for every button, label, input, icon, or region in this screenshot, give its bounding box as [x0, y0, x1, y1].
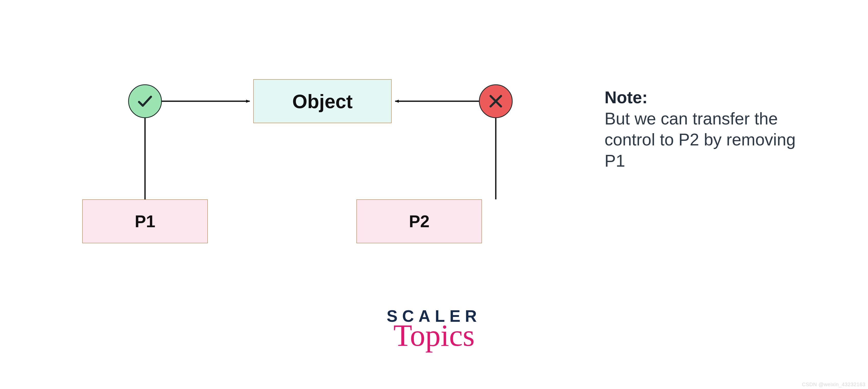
note-title: Note: [604, 88, 648, 107]
check-circle [128, 84, 162, 118]
object-box: Object [253, 79, 392, 123]
check-icon [136, 92, 154, 110]
p1-box: P1 [82, 199, 208, 243]
p2-label: P2 [409, 212, 430, 231]
p2-box: P2 [356, 199, 482, 243]
cross-icon [487, 92, 505, 110]
note-body: But we can transfer the control to P2 by… [604, 109, 796, 170]
note-block: Note: But we can transfer the control to… [604, 87, 799, 171]
p1-label: P1 [135, 212, 155, 231]
branding-line2: Topics [0, 318, 868, 353]
cross-circle [479, 84, 513, 118]
object-label: Object [292, 90, 353, 112]
watermark-text: CSDN @weixin_43232163 [802, 382, 865, 387]
branding-logo: SCALER Topics [0, 307, 868, 353]
diagram-canvas: Object P1 P2 Note: But we can transfer t… [0, 0, 868, 389]
